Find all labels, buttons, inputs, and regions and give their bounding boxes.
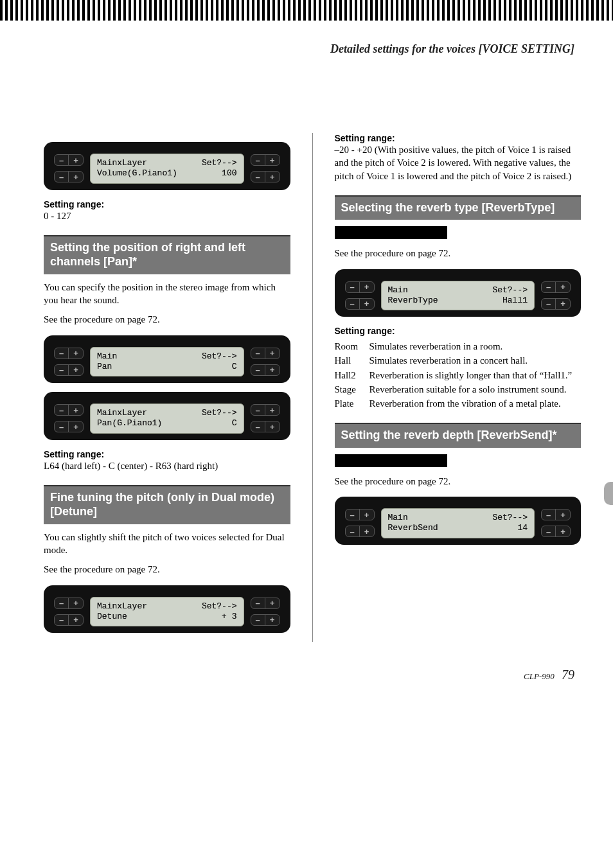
reverb-type-options: RoomSimulates reverberation in a room. H… [335, 340, 582, 410]
setting-range-value: 0 - 127 [44, 209, 290, 222]
lcd-panel-detune: –+ –+ MainxLayerSet?--> Detune+ 3 –+ –+ [44, 585, 290, 633]
left-buttons: –+ –+ [54, 598, 84, 626]
pm-button[interactable]: –+ [251, 614, 280, 626]
left-buttons: –+ –+ [54, 154, 84, 182]
lcd-screen: MainSet?--> ReverbSend14 [381, 508, 535, 538]
lcd-panel-pan-layer: –+ –+ MainxLayerSet?--> Pan(G.Piano1)C –… [44, 392, 290, 440]
pm-button[interactable]: –+ [54, 598, 84, 609]
right-buttons: –+ –+ [251, 404, 280, 432]
pm-button[interactable]: –+ [54, 364, 84, 376]
redaction-bar [335, 226, 447, 239]
left-column: –+ –+ MainxLayerSet?--> Volume(G.Piano1)… [44, 133, 313, 642]
pm-button[interactable]: –+ [54, 404, 84, 416]
right-buttons: –+ –+ [541, 509, 571, 537]
redaction-bar [335, 454, 447, 467]
setting-range-value: –20 - +20 (With positive values, the pit… [335, 143, 582, 182]
edge-tab [604, 482, 613, 505]
page-footer: CLP-990 79 [0, 668, 613, 702]
pm-button[interactable]: –+ [541, 526, 571, 537]
pm-button[interactable]: –+ [251, 154, 280, 166]
body-text: You can slightly shift the pitch of two … [44, 531, 290, 557]
setting-range-label: Setting range: [44, 449, 290, 459]
right-column: Setting range: –20 - +20 (With positive … [313, 133, 582, 642]
lcd-panel-pan-main: –+ –+ MainSet?--> PanC –+ –+ [44, 335, 290, 384]
content-columns: –+ –+ MainxLayerSet?--> Volume(G.Piano1)… [0, 56, 613, 668]
option-row: Hall2Reverberation is slightly longer th… [335, 369, 582, 382]
body-text: See the procedure on page 72. [335, 247, 582, 260]
lcd-panel-reverb-send: –+ –+ MainSet?--> ReverbSend14 –+ –+ [335, 497, 582, 545]
left-buttons: –+ –+ [54, 348, 84, 376]
right-buttons: –+ –+ [251, 348, 280, 376]
lcd-screen: MainSet?--> PanC [90, 347, 244, 377]
pm-button[interactable]: –+ [54, 154, 84, 166]
left-buttons: –+ –+ [345, 281, 375, 310]
setting-range-label: Setting range: [335, 326, 582, 336]
option-row: PlateReverberation from the vibration of… [335, 397, 582, 410]
pm-button[interactable]: –+ [251, 348, 280, 359]
option-row: HallSimulates reverberation in a concert… [335, 354, 582, 367]
page-number: 79 [562, 668, 574, 682]
lcd-screen: MainxLayerSet?--> Detune+ 3 [90, 597, 244, 627]
body-text: See the procedure on page 72. [44, 313, 290, 326]
pm-button[interactable]: –+ [345, 281, 375, 293]
setting-range-label: Setting range: [44, 199, 290, 209]
right-buttons: –+ –+ [541, 281, 571, 310]
pm-button[interactable]: –+ [54, 614, 84, 626]
pm-button[interactable]: –+ [541, 298, 571, 310]
pm-button[interactable]: –+ [54, 171, 84, 182]
pm-button[interactable]: –+ [345, 526, 375, 537]
pm-button[interactable]: –+ [251, 171, 280, 182]
pm-button[interactable]: –+ [251, 364, 280, 376]
page-header: Detailed settings for the voices [VOICE … [0, 21, 613, 56]
pm-button[interactable]: –+ [54, 421, 84, 432]
pm-button[interactable]: –+ [251, 404, 280, 416]
pm-button[interactable]: –+ [541, 281, 571, 293]
heading-detune: Fine tuning the pitch (only in Dual mode… [44, 485, 290, 524]
lcd-panel-volume: –+ –+ MainxLayerSet?--> Volume(G.Piano1)… [44, 142, 290, 190]
barcode-decoration [0, 0, 613, 21]
option-row: StageReverberation suitable for a solo i… [335, 383, 582, 396]
model-label: CLP-990 [524, 671, 555, 681]
left-buttons: –+ –+ [54, 404, 84, 432]
pm-button[interactable]: –+ [54, 348, 84, 359]
right-buttons: –+ –+ [251, 598, 280, 626]
setting-range-value: L64 (hard left) - C (center) - R63 (hard… [44, 459, 290, 472]
pm-button[interactable]: –+ [345, 298, 375, 310]
option-row: RoomSimulates reverberation in a room. [335, 340, 582, 353]
body-text: See the procedure on page 72. [335, 475, 582, 488]
pm-button[interactable]: –+ [251, 421, 280, 432]
pm-button[interactable]: –+ [345, 509, 375, 520]
lcd-screen: MainxLayerSet?--> Pan(G.Piano1)C [90, 403, 244, 434]
left-buttons: –+ –+ [345, 509, 375, 537]
lcd-screen: MainxLayerSet?--> Volume(G.Piano1)100 [90, 154, 244, 184]
setting-range-label: Setting range: [335, 133, 582, 143]
right-buttons: –+ –+ [251, 154, 280, 182]
heading-reverb-send: Setting the reverb depth [ReverbSend]* [335, 423, 582, 448]
heading-reverb-type: Selecting the reverb type [ReverbType] [335, 195, 582, 220]
body-text: You can specify the position in the ster… [44, 281, 290, 307]
pm-button[interactable]: –+ [541, 509, 571, 520]
lcd-screen: MainSet?--> ReverbTypeHall1 [381, 281, 535, 311]
heading-pan: Setting the position of right and left c… [44, 235, 290, 274]
body-text: See the procedure on page 72. [44, 563, 290, 576]
lcd-panel-reverb-type: –+ –+ MainSet?--> ReverbTypeHall1 –+ –+ [335, 269, 582, 317]
pm-button[interactable]: –+ [251, 598, 280, 609]
